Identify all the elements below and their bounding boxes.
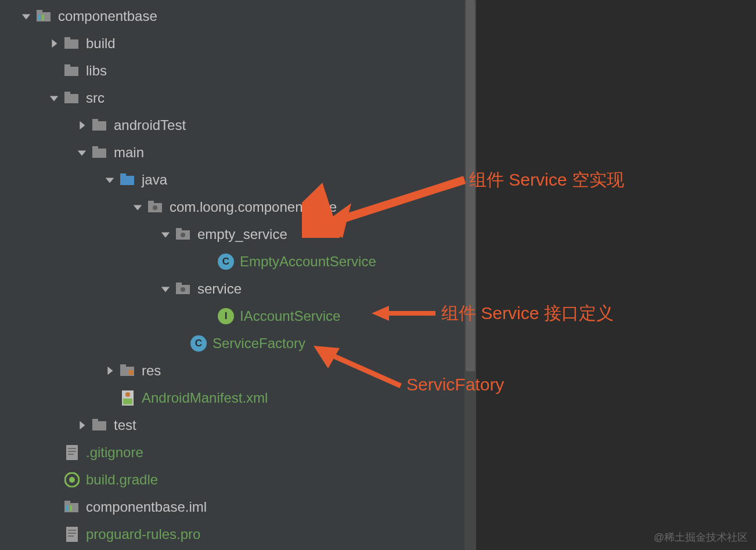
folder-icon <box>64 90 80 106</box>
svg-rect-23 <box>176 283 182 285</box>
svg-rect-20 <box>176 228 182 231</box>
tree-item-main[interactable]: main <box>0 139 465 166</box>
svg-rect-8 <box>64 94 78 103</box>
chevron-down-icon[interactable] <box>103 173 116 186</box>
tree-label: src <box>86 90 105 106</box>
source-folder-icon <box>120 172 136 188</box>
chevron-down-icon[interactable] <box>159 283 172 295</box>
chevron-right-icon[interactable] <box>48 37 60 50</box>
svg-rect-3 <box>42 15 44 20</box>
tree-label: res <box>142 363 161 379</box>
tree-label: empty_service <box>197 226 287 243</box>
class-icon: C <box>218 254 234 270</box>
tree-item-buildgradle[interactable]: build.gradle <box>0 466 465 493</box>
svg-rect-27 <box>128 370 133 375</box>
tree-item-componentbase[interactable]: componentbase <box>0 2 465 30</box>
annotation-empty-impl: 组件 Service 空实现 <box>469 168 624 192</box>
svg-rect-9 <box>64 92 70 95</box>
tree-label: test <box>114 417 136 433</box>
svg-rect-13 <box>92 146 98 149</box>
tree-item-servicefactory[interactable]: C ServiceFactory <box>0 330 465 357</box>
svg-point-21 <box>181 233 185 237</box>
svg-rect-34 <box>68 448 76 449</box>
svg-rect-40 <box>64 501 70 504</box>
tree-label: IAccountService <box>240 308 340 324</box>
svg-rect-4 <box>64 39 78 49</box>
annotation-servicefactory: ServicFatory <box>406 375 504 395</box>
file-icon <box>64 444 80 461</box>
svg-rect-41 <box>66 505 69 511</box>
tree-item-androidmanifest[interactable]: AndroidManifest.xml <box>0 384 465 411</box>
tree-item-gitignore[interactable]: .gitignore <box>0 439 465 466</box>
tree-label: androidTest <box>114 117 186 133</box>
svg-rect-1 <box>37 10 42 13</box>
tree-item-src[interactable]: src <box>0 84 465 111</box>
package-icon <box>175 281 192 297</box>
svg-rect-10 <box>92 121 106 131</box>
tree-label: build <box>86 35 116 52</box>
svg-rect-33 <box>66 445 78 460</box>
svg-rect-32 <box>92 419 98 422</box>
resource-folder-icon <box>120 363 136 379</box>
svg-rect-2 <box>38 15 41 20</box>
tree-item-build[interactable]: build <box>0 30 465 57</box>
tree-item-proguard[interactable]: proguard-rules.pro <box>0 520 465 548</box>
class-icon: C <box>190 335 207 352</box>
tree-label: EmptyAccountService <box>240 254 376 270</box>
svg-rect-46 <box>68 535 74 537</box>
folder-icon <box>92 417 108 433</box>
tree-item-iml[interactable]: componentbase.iml <box>0 493 465 520</box>
chevron-right-icon[interactable] <box>75 419 88 432</box>
tree-label: libs <box>86 63 107 79</box>
chevron-down-icon[interactable] <box>131 201 144 214</box>
tree-item-java[interactable]: java <box>0 166 465 193</box>
gradle-icon <box>64 472 80 488</box>
chevron-down-icon[interactable] <box>75 146 88 159</box>
svg-rect-45 <box>68 533 76 534</box>
svg-rect-11 <box>92 119 98 122</box>
project-tree[interactable]: componentbase build libs src <box>0 0 465 550</box>
tree-item-service[interactable]: service <box>0 275 465 302</box>
annotation-interface-def: 组件 Service 接口定义 <box>441 302 614 325</box>
interface-icon: I <box>218 308 234 324</box>
svg-rect-7 <box>64 64 70 67</box>
svg-point-18 <box>153 205 157 210</box>
svg-rect-26 <box>120 364 126 367</box>
tree-item-libs[interactable]: libs <box>0 57 465 84</box>
tree-item-androidtest[interactable]: androidTest <box>0 111 465 139</box>
svg-point-24 <box>181 287 185 292</box>
svg-rect-35 <box>68 451 76 452</box>
svg-rect-43 <box>66 527 78 542</box>
tree-label: componentbase <box>58 8 157 24</box>
editor-area <box>465 0 756 550</box>
tree-label: AndroidManifest.xml <box>142 390 268 406</box>
chevron-right-icon[interactable] <box>103 364 116 377</box>
svg-rect-42 <box>70 505 72 511</box>
tree-label: build.gradle <box>86 472 158 488</box>
tree-label: java <box>142 172 167 188</box>
tree-item-package[interactable]: com.loong.componentbase <box>0 193 465 220</box>
svg-rect-29 <box>123 399 132 404</box>
folder-icon <box>92 117 108 133</box>
tree-label: ServiceFactory <box>213 335 305 352</box>
chevron-down-icon[interactable] <box>48 92 60 104</box>
chevron-down-icon[interactable] <box>20 10 33 23</box>
tree-item-empty-service[interactable]: empty_service <box>0 220 465 248</box>
folder-icon <box>64 63 80 79</box>
tree-label: main <box>114 144 144 161</box>
tree-label: proguard-rules.pro <box>86 526 200 542</box>
package-icon <box>175 226 192 243</box>
svg-rect-14 <box>120 176 134 185</box>
svg-point-38 <box>69 477 75 483</box>
folder-icon <box>64 35 80 52</box>
tree-item-res[interactable]: res <box>0 357 465 384</box>
svg-rect-17 <box>148 201 154 204</box>
tree-item-test[interactable]: test <box>0 411 465 439</box>
svg-rect-36 <box>68 454 74 455</box>
chevron-down-icon[interactable] <box>159 228 172 241</box>
watermark: @稀土掘金技术社区 <box>654 530 748 544</box>
tree-label: .gitignore <box>86 444 143 461</box>
tree-item-emptyaccountservice[interactable]: C EmptyAccountService <box>0 248 465 275</box>
tree-item-iaccountservice[interactable]: I IAccountService <box>0 302 465 330</box>
chevron-right-icon[interactable] <box>75 119 88 132</box>
